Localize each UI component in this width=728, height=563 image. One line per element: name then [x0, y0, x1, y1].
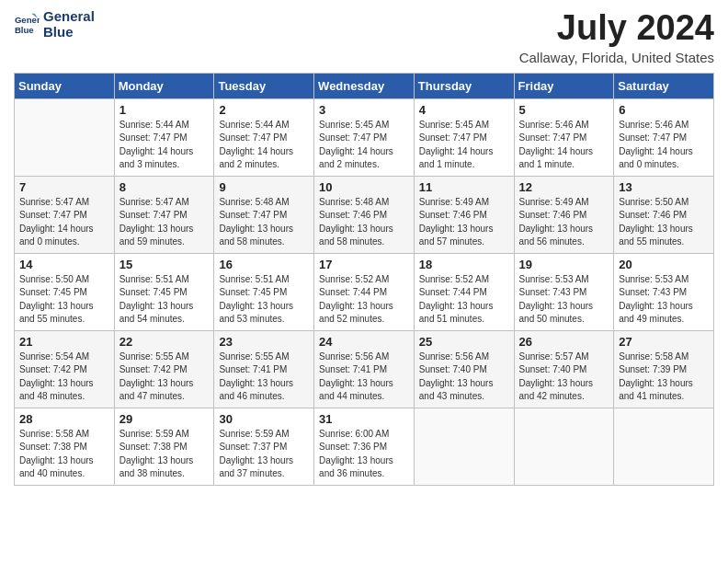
- header-saturday: Saturday: [614, 73, 714, 98]
- day-number: 13: [619, 180, 709, 194]
- calendar-cell: [614, 408, 714, 485]
- day-info: Sunrise: 5:49 AM Sunset: 7:46 PM Dayligh…: [419, 196, 509, 249]
- day-info: Sunrise: 5:48 AM Sunset: 7:46 PM Dayligh…: [319, 196, 409, 249]
- calendar-cell: 1Sunrise: 5:44 AM Sunset: 7:47 PM Daylig…: [114, 98, 214, 176]
- calendar-cell: 21Sunrise: 5:54 AM Sunset: 7:42 PM Dayli…: [15, 330, 115, 408]
- day-info: Sunrise: 5:53 AM Sunset: 7:43 PM Dayligh…: [619, 273, 709, 327]
- day-number: 1: [119, 103, 210, 117]
- header-sunday: Sunday: [15, 73, 115, 98]
- day-info: Sunrise: 5:56 AM Sunset: 7:41 PM Dayligh…: [319, 350, 409, 404]
- calendar-cell: 5Sunrise: 5:46 AM Sunset: 7:47 PM Daylig…: [514, 98, 614, 176]
- calendar-cell: 20Sunrise: 5:53 AM Sunset: 7:43 PM Dayli…: [614, 253, 714, 330]
- calendar-week-5: 28Sunrise: 5:58 AM Sunset: 7:38 PM Dayli…: [15, 408, 714, 485]
- title-block: July 2024 Callaway, Florida, United Stat…: [519, 9, 714, 65]
- calendar-cell: 31Sunrise: 6:00 AM Sunset: 7:36 PM Dayli…: [314, 408, 415, 485]
- calendar-cell: 12Sunrise: 5:49 AM Sunset: 7:46 PM Dayli…: [514, 176, 614, 253]
- day-info: Sunrise: 5:52 AM Sunset: 7:44 PM Dayligh…: [319, 273, 409, 327]
- calendar-cell: 8Sunrise: 5:47 AM Sunset: 7:47 PM Daylig…: [114, 176, 214, 253]
- day-number: 14: [19, 258, 109, 271]
- calendar-cell: 30Sunrise: 5:59 AM Sunset: 7:37 PM Dayli…: [214, 408, 314, 485]
- header-thursday: Thursday: [414, 73, 514, 98]
- calendar-cell: 29Sunrise: 5:59 AM Sunset: 7:38 PM Dayli…: [114, 408, 214, 485]
- day-number: 2: [219, 103, 309, 117]
- day-number: 21: [19, 335, 109, 349]
- header-wednesday: Wednesday: [314, 73, 415, 98]
- day-number: 16: [219, 258, 309, 271]
- day-info: Sunrise: 5:55 AM Sunset: 7:41 PM Dayligh…: [219, 350, 309, 404]
- calendar-cell: 14Sunrise: 5:50 AM Sunset: 7:45 PM Dayli…: [15, 253, 115, 330]
- calendar-cell: [514, 408, 614, 485]
- day-info: Sunrise: 5:47 AM Sunset: 7:47 PM Dayligh…: [19, 196, 109, 249]
- day-number: 8: [119, 180, 210, 194]
- day-info: Sunrise: 5:52 AM Sunset: 7:44 PM Dayligh…: [419, 273, 509, 327]
- day-number: 12: [519, 180, 609, 194]
- day-info: Sunrise: 5:55 AM Sunset: 7:42 PM Dayligh…: [119, 350, 210, 404]
- calendar-cell: [15, 98, 115, 176]
- day-number: 6: [619, 103, 709, 117]
- day-info: Sunrise: 5:47 AM Sunset: 7:47 PM Dayligh…: [119, 196, 210, 249]
- day-info: Sunrise: 5:59 AM Sunset: 7:38 PM Dayligh…: [119, 428, 210, 481]
- logo-icon: General Blue: [14, 12, 40, 38]
- day-number: 30: [219, 412, 309, 426]
- day-number: 22: [119, 335, 210, 349]
- calendar-week-1: 1Sunrise: 5:44 AM Sunset: 7:47 PM Daylig…: [15, 98, 714, 176]
- calendar-cell: 10Sunrise: 5:48 AM Sunset: 7:46 PM Dayli…: [314, 176, 415, 253]
- day-number: 5: [519, 103, 609, 117]
- calendar-cell: 15Sunrise: 5:51 AM Sunset: 7:45 PM Dayli…: [114, 253, 214, 330]
- calendar-cell: 11Sunrise: 5:49 AM Sunset: 7:46 PM Dayli…: [414, 176, 514, 253]
- day-info: Sunrise: 5:50 AM Sunset: 7:46 PM Dayligh…: [619, 196, 709, 249]
- day-info: Sunrise: 5:51 AM Sunset: 7:45 PM Dayligh…: [119, 273, 210, 327]
- day-number: 29: [119, 412, 210, 426]
- calendar-cell: 7Sunrise: 5:47 AM Sunset: 7:47 PM Daylig…: [15, 176, 115, 253]
- day-info: Sunrise: 5:46 AM Sunset: 7:47 PM Dayligh…: [519, 119, 609, 172]
- day-info: Sunrise: 5:48 AM Sunset: 7:47 PM Dayligh…: [219, 196, 309, 249]
- day-info: Sunrise: 5:49 AM Sunset: 7:46 PM Dayligh…: [519, 196, 609, 249]
- page-header: General Blue General Blue July 2024 Call…: [14, 9, 714, 65]
- calendar-cell: 26Sunrise: 5:57 AM Sunset: 7:40 PM Dayli…: [514, 330, 614, 408]
- calendar-week-2: 7Sunrise: 5:47 AM Sunset: 7:47 PM Daylig…: [15, 176, 714, 253]
- day-info: Sunrise: 6:00 AM Sunset: 7:36 PM Dayligh…: [319, 428, 409, 481]
- month-title: July 2024: [519, 9, 714, 48]
- day-info: Sunrise: 5:53 AM Sunset: 7:43 PM Dayligh…: [519, 273, 609, 327]
- day-info: Sunrise: 5:45 AM Sunset: 7:47 PM Dayligh…: [319, 119, 409, 172]
- day-info: Sunrise: 5:51 AM Sunset: 7:45 PM Dayligh…: [219, 273, 309, 327]
- calendar-cell: 25Sunrise: 5:56 AM Sunset: 7:40 PM Dayli…: [414, 330, 514, 408]
- calendar-cell: 22Sunrise: 5:55 AM Sunset: 7:42 PM Dayli…: [114, 330, 214, 408]
- header-tuesday: Tuesday: [214, 73, 314, 98]
- logo: General Blue General Blue: [14, 9, 95, 40]
- calendar-cell: 28Sunrise: 5:58 AM Sunset: 7:38 PM Dayli…: [15, 408, 115, 485]
- day-number: 15: [119, 258, 210, 271]
- logo-line1: General: [43, 9, 95, 25]
- day-number: 18: [419, 258, 509, 271]
- day-info: Sunrise: 5:58 AM Sunset: 7:38 PM Dayligh…: [19, 428, 109, 481]
- logo-line2: Blue: [43, 25, 95, 40]
- header-monday: Monday: [114, 73, 214, 98]
- calendar-body: 1Sunrise: 5:44 AM Sunset: 7:47 PM Daylig…: [15, 98, 714, 485]
- calendar-cell: 18Sunrise: 5:52 AM Sunset: 7:44 PM Dayli…: [414, 253, 514, 330]
- calendar-week-4: 21Sunrise: 5:54 AM Sunset: 7:42 PM Dayli…: [15, 330, 714, 408]
- calendar-cell: 17Sunrise: 5:52 AM Sunset: 7:44 PM Dayli…: [314, 253, 415, 330]
- calendar-week-3: 14Sunrise: 5:50 AM Sunset: 7:45 PM Dayli…: [15, 253, 714, 330]
- calendar-cell: 9Sunrise: 5:48 AM Sunset: 7:47 PM Daylig…: [214, 176, 314, 253]
- calendar-cell: 3Sunrise: 5:45 AM Sunset: 7:47 PM Daylig…: [314, 98, 415, 176]
- day-info: Sunrise: 5:45 AM Sunset: 7:47 PM Dayligh…: [419, 119, 509, 172]
- day-number: 28: [19, 412, 109, 426]
- day-number: 9: [219, 180, 309, 194]
- calendar-cell: 24Sunrise: 5:56 AM Sunset: 7:41 PM Dayli…: [314, 330, 415, 408]
- day-number: 31: [319, 412, 409, 426]
- calendar-cell: 6Sunrise: 5:46 AM Sunset: 7:47 PM Daylig…: [614, 98, 714, 176]
- day-info: Sunrise: 5:50 AM Sunset: 7:45 PM Dayligh…: [19, 273, 109, 327]
- day-number: 17: [319, 258, 409, 271]
- day-info: Sunrise: 5:57 AM Sunset: 7:40 PM Dayligh…: [519, 350, 609, 404]
- calendar-cell: [414, 408, 514, 485]
- calendar-cell: 4Sunrise: 5:45 AM Sunset: 7:47 PM Daylig…: [414, 98, 514, 176]
- day-number: 19: [519, 258, 609, 271]
- header-row: SundayMondayTuesdayWednesdayThursdayFrid…: [15, 73, 714, 98]
- day-number: 3: [319, 103, 409, 117]
- calendar-cell: 19Sunrise: 5:53 AM Sunset: 7:43 PM Dayli…: [514, 253, 614, 330]
- day-info: Sunrise: 5:44 AM Sunset: 7:47 PM Dayligh…: [119, 119, 210, 172]
- calendar-table: SundayMondayTuesdayWednesdayThursdayFrid…: [14, 73, 714, 486]
- calendar-cell: 23Sunrise: 5:55 AM Sunset: 7:41 PM Dayli…: [214, 330, 314, 408]
- calendar-cell: 16Sunrise: 5:51 AM Sunset: 7:45 PM Dayli…: [214, 253, 314, 330]
- day-number: 25: [419, 335, 509, 349]
